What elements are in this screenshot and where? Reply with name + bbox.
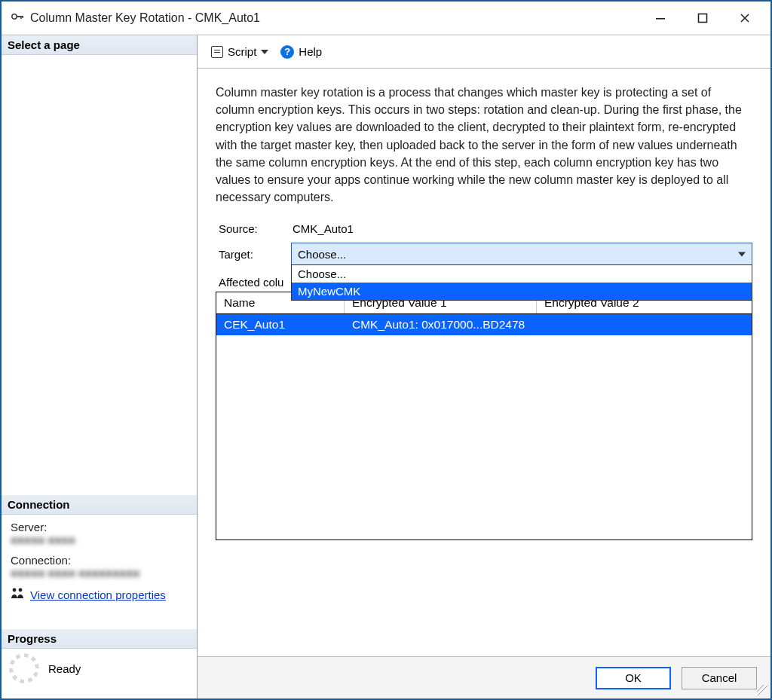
cell-ev2 [537, 314, 752, 335]
script-button[interactable]: Script [208, 44, 271, 60]
progress-status: Ready [48, 662, 81, 675]
cancel-label: Cancel [702, 671, 737, 684]
cell-ev1: CMK_Auto1: 0x017000...BD2478 [345, 314, 537, 335]
connection-label: Connection: [11, 554, 188, 567]
source-value: CMK_Auto1 [291, 222, 354, 235]
svg-point-9 [19, 588, 23, 592]
connection-header: Connection [2, 495, 197, 515]
chevron-down-icon [261, 50, 268, 54]
combobox-caret-icon [738, 252, 746, 257]
minimize-button[interactable] [639, 5, 682, 32]
svg-rect-4 [656, 18, 665, 20]
help-icon: ? [280, 45, 294, 59]
script-icon [211, 46, 223, 58]
ok-button[interactable]: OK [596, 667, 671, 689]
connection-icon [11, 587, 24, 602]
svg-rect-3 [22, 16, 23, 18]
target-label: Target: [216, 248, 291, 261]
dialog-footer: OK Cancel [198, 656, 770, 698]
close-button[interactable] [724, 5, 766, 32]
affected-columns-table: Name Encrypted Value 1 Encrypted Value 2… [216, 292, 752, 540]
main-panel: Script ? Help Column master key rotation… [198, 35, 770, 698]
table-row[interactable]: CEK_Auto1 CMK_Auto1: 0x017000...BD2478 [216, 314, 752, 335]
cell-name: CEK_Auto1 [216, 314, 345, 335]
script-label: Script [228, 45, 256, 58]
progress-spinner-icon [9, 653, 39, 683]
source-label: Source: [216, 222, 291, 235]
svg-rect-5 [699, 14, 707, 22]
resize-grip[interactable] [757, 685, 767, 695]
svg-point-0 [12, 14, 17, 19]
server-label: Server: [11, 521, 188, 533]
help-label: Help [299, 45, 322, 58]
target-selected-text: Choose... [298, 248, 346, 261]
description-text: Column master key rotation is a process … [216, 84, 752, 206]
window-title: Column Master Key Rotation - CMK_Auto1 [30, 11, 260, 25]
key-icon [11, 11, 24, 24]
dialog-window: Column Master Key Rotation - CMK_Auto1 S… [0, 0, 772, 700]
ok-label: OK [625, 671, 642, 684]
titlebar: Column Master Key Rotation - CMK_Auto1 [2, 2, 770, 35]
svg-point-8 [13, 588, 17, 592]
svg-rect-2 [20, 16, 22, 19]
view-connection-properties-link[interactable]: View connection properties [30, 588, 166, 601]
target-combobox[interactable]: Choose... Choose... MyNewCMK [291, 243, 752, 265]
progress-header: Progress [2, 629, 197, 649]
help-button[interactable]: ? Help [277, 44, 325, 60]
svg-rect-1 [17, 16, 23, 17]
target-dropdown-list: Choose... MyNewCMK [291, 264, 752, 301]
toolbar: Script ? Help [198, 35, 770, 69]
maximize-button[interactable] [682, 5, 724, 32]
target-option[interactable]: MyNewCMK [292, 283, 752, 300]
cancel-button[interactable]: Cancel [682, 667, 757, 689]
connection-value: ■■■■■ ■■■■ ■■■■■■■■■ [11, 567, 188, 579]
select-page-header: Select a page [2, 35, 197, 55]
sidebar: Select a page Connection Server: ■■■■■ ■… [2, 35, 198, 698]
server-value: ■■■■■ ■■■■ [11, 533, 188, 546]
target-option[interactable]: Choose... [292, 265, 752, 283]
